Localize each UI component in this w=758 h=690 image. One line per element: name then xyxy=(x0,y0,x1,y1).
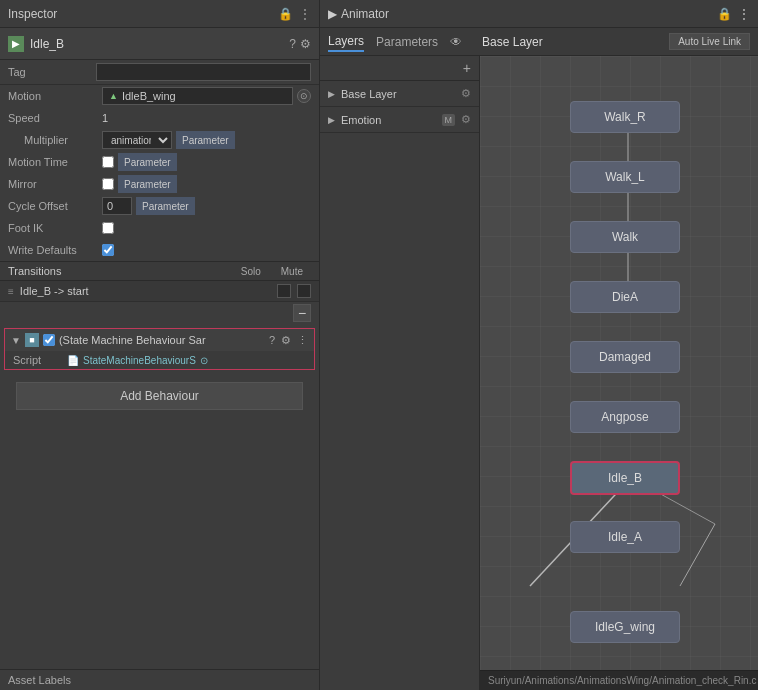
foot-ik-label: Foot IK xyxy=(8,222,98,234)
behaviour-enabled-checkbox[interactable] xyxy=(43,334,55,346)
multiplier-param-btn[interactable]: Parameter xyxy=(176,131,235,149)
write-defaults-label: Write Defaults xyxy=(8,244,98,256)
state-label-walk-l: Walk_L xyxy=(605,170,645,184)
state-die-a[interactable]: DieA xyxy=(570,281,680,313)
eye-icon[interactable]: 👁 xyxy=(450,35,462,49)
transition-arrow-icon: ≡ xyxy=(8,286,14,297)
settings-icon[interactable]: ⚙ xyxy=(300,37,311,51)
motion-time-param-btn[interactable]: Parameter xyxy=(118,153,177,171)
animator-header-icons: 🔒 ⋮ xyxy=(717,7,750,21)
mirror-param-btn[interactable]: Parameter xyxy=(118,175,177,193)
state-label-walk: Walk xyxy=(612,230,638,244)
write-defaults-checkbox[interactable] xyxy=(102,244,114,256)
state-walk[interactable]: Walk xyxy=(570,221,680,253)
script-row: Script 📄 StateMachineBehaviourS ⊙ xyxy=(5,351,314,369)
state-angpose[interactable]: Angpose xyxy=(570,401,680,433)
layer-item-base[interactable]: ▶ Base Layer ⚙ xyxy=(320,81,479,107)
tab-layers[interactable]: Layers xyxy=(328,32,364,52)
inspector-header-icons: 🔒 ⋮ xyxy=(278,7,311,21)
state-idle-b[interactable]: Idle_B xyxy=(570,461,680,495)
svg-line-4 xyxy=(680,524,715,586)
remove-transition-btn[interactable]: − xyxy=(293,304,311,322)
animator-title-group: ▶ Animator xyxy=(328,7,389,21)
behaviour-action-icons: ? ⚙ ⋮ xyxy=(269,334,308,347)
cycle-offset-row: Cycle Offset Parameter xyxy=(0,195,319,217)
state-label-die-a: DieA xyxy=(612,290,638,304)
multiplier-row: Multiplier animatior Parameter xyxy=(0,129,319,151)
animator-header: ▶ Animator 🔒 ⋮ xyxy=(320,0,758,28)
script-file-icon: 📄 xyxy=(67,355,79,366)
animator-lock-icon[interactable]: 🔒 xyxy=(717,7,732,21)
state-walk-l[interactable]: Walk_L xyxy=(570,161,680,193)
status-bar: Suriyun/Animations/AnimationsWing/Animat… xyxy=(480,670,758,690)
state-label-damaged: Damaged xyxy=(599,350,651,364)
auto-live-link-btn[interactable]: Auto Live Link xyxy=(669,33,750,50)
motion-row: Motion ▲ IdleB_wing ⊙ xyxy=(0,85,319,107)
cycle-offset-label: Cycle Offset xyxy=(8,200,98,212)
state-idleg-wing[interactable]: IdleG_wing xyxy=(570,611,680,643)
inspector-header: Inspector 🔒 ⋮ xyxy=(0,0,319,28)
state-canvas[interactable]: Walk_R Walk_L Walk DieA Damaged Angpose xyxy=(480,56,758,690)
add-layer-btn[interactable]: + xyxy=(463,60,471,76)
behaviour-help-icon[interactable]: ? xyxy=(269,334,275,347)
lock-icon[interactable]: 🔒 xyxy=(278,7,293,21)
motion-time-row: Motion Time Parameter xyxy=(0,151,319,173)
canvas-connections xyxy=(480,56,758,690)
cycle-offset-param-btn[interactable]: Parameter xyxy=(136,197,195,215)
write-defaults-row: Write Defaults xyxy=(0,239,319,261)
tag-input[interactable] xyxy=(96,63,311,81)
transition-item-0[interactable]: ≡ Idle_B -> start xyxy=(0,281,319,302)
state-walk-r[interactable]: Walk_R xyxy=(570,101,680,133)
tab-parameters[interactable]: Parameters xyxy=(376,33,438,51)
script-circle-icon[interactable]: ⊙ xyxy=(200,355,208,366)
main-layout: Inspector 🔒 ⋮ ▶ Idle_B ? ⚙ Tag Motion xyxy=(0,0,758,690)
mirror-checkbox[interactable] xyxy=(102,178,114,190)
script-label: Script xyxy=(13,354,63,366)
state-damaged[interactable]: Damaged xyxy=(570,341,680,373)
animator-tabs: Layers Parameters 👁 Base Layer Auto Live… xyxy=(320,28,758,56)
breadcrumb-label: Base Layer xyxy=(482,35,543,49)
motion-time-group: Parameter xyxy=(102,153,311,171)
tag-label: Tag xyxy=(8,66,88,78)
component-header-icons: ? ⚙ xyxy=(289,37,311,51)
motion-label: Motion xyxy=(8,90,98,102)
help-icon[interactable]: ? xyxy=(289,37,296,51)
layer-m-badge: M xyxy=(442,114,456,126)
transition-solo-check[interactable] xyxy=(277,284,291,298)
speed-row: Speed 1 xyxy=(0,107,319,129)
mirror-group: Parameter xyxy=(102,175,311,193)
multiplier-label: Multiplier xyxy=(24,134,98,146)
menu-icon[interactable]: ⋮ xyxy=(299,7,311,21)
transition-mute-check[interactable] xyxy=(297,284,311,298)
speed-value: 1 xyxy=(102,112,108,124)
component-header: ▶ Idle_B ? ⚙ xyxy=(0,28,319,60)
layer-settings-icon-base[interactable]: ⚙ xyxy=(461,87,471,100)
state-label-walk-r: Walk_R xyxy=(604,110,646,124)
motion-circle-btn[interactable]: ⊙ xyxy=(297,89,311,103)
speed-label: Speed xyxy=(8,112,98,124)
status-text: Suriyun/Animations/AnimationsWing/Animat… xyxy=(488,675,756,686)
state-label-angpose: Angpose xyxy=(601,410,648,424)
transition-name-0: Idle_B -> start xyxy=(20,285,271,297)
foot-ik-checkbox[interactable] xyxy=(102,222,114,234)
behaviour-settings-icon[interactable]: ⚙ xyxy=(281,334,291,347)
state-label-idle-b: Idle_B xyxy=(608,471,642,485)
inspector-panel: Inspector 🔒 ⋮ ▶ Idle_B ? ⚙ Tag Motion xyxy=(0,0,320,690)
state-idle-a[interactable]: Idle_A xyxy=(570,521,680,553)
layer-item-emotion[interactable]: ▶ Emotion M ⚙ xyxy=(320,107,479,133)
animator-title: Animator xyxy=(341,7,389,21)
motion-time-checkbox[interactable] xyxy=(102,156,114,168)
layer-settings-icon-emotion[interactable]: ⚙ xyxy=(461,113,471,126)
animator-panel: ▶ Animator 🔒 ⋮ Layers Parameters 👁 Base … xyxy=(320,0,758,690)
mirror-row: Mirror Parameter xyxy=(0,173,319,195)
behaviour-header: ▼ ■ (State Machine Behaviour Sar ? ⚙ ⋮ xyxy=(5,329,314,351)
motion-value: ▲ IdleB_wing xyxy=(102,87,293,105)
state-label-idleg-wing: IdleG_wing xyxy=(595,620,655,634)
behaviour-menu-icon[interactable]: ⋮ xyxy=(297,334,308,347)
transitions-label: Transitions xyxy=(8,265,241,277)
behaviour-collapse-arrow[interactable]: ▼ xyxy=(11,335,21,346)
add-behaviour-button[interactable]: Add Behaviour xyxy=(16,382,303,410)
animator-menu-icon[interactable]: ⋮ xyxy=(738,7,750,21)
cycle-offset-input[interactable] xyxy=(102,197,132,215)
multiplier-dropdown[interactable]: animatior xyxy=(102,131,172,149)
